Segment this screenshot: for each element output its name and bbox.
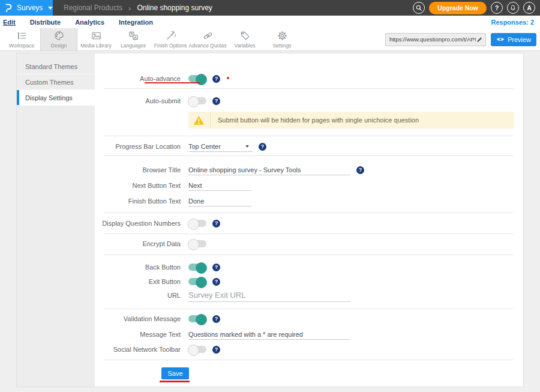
exit-button-row: Exit Button <box>95 274 523 289</box>
help-icon[interactable] <box>259 143 266 151</box>
toolbar-item-label: Settings <box>273 43 292 49</box>
search-icon <box>415 4 422 11</box>
responses-count[interactable]: Responses: 2 <box>491 19 534 26</box>
encrypt-data-toggle[interactable] <box>188 240 206 247</box>
help-icon[interactable] <box>212 220 220 228</box>
search-button[interactable] <box>413 2 425 14</box>
help-icon[interactable] <box>212 75 220 83</box>
tab-distribute[interactable]: Distribute <box>30 19 61 26</box>
variables-tag-icon <box>239 30 251 41</box>
help-icon[interactable] <box>212 315 220 323</box>
advance-quotas-chain-icon <box>202 30 214 41</box>
media-library-icon <box>91 30 102 41</box>
display-settings-panel: Standard Themes Custom Themes Display Se… <box>16 53 524 387</box>
save-button[interactable]: Save <box>161 367 189 379</box>
sidebar-item-custom-themes[interactable]: Custom Themes <box>17 74 95 90</box>
finish-button-text-row: Finish Button Text <box>95 194 523 208</box>
sidebar-item-label: Display Settings <box>25 94 73 101</box>
tab-edit[interactable]: Edit <box>3 19 16 26</box>
back-button-toggle[interactable] <box>188 264 206 271</box>
browser-title-input[interactable] <box>188 164 350 175</box>
product-switcher[interactable]: Surveys <box>0 0 53 16</box>
exit-url-input[interactable] <box>188 289 350 302</box>
languages-icon <box>128 30 139 41</box>
toolbar-item-label: Languages <box>121 43 146 49</box>
avatar[interactable]: A <box>523 2 535 14</box>
exit-button-label: Exit Button <box>95 278 181 285</box>
toolbar-item-label: Finish Options <box>154 43 187 49</box>
breadcrumb-separator-icon: › <box>128 4 131 13</box>
auto-submit-toggle[interactable] <box>188 97 206 104</box>
divider <box>104 309 514 309</box>
survey-url-input[interactable] <box>389 36 476 43</box>
help-icon[interactable] <box>212 264 220 271</box>
toolbar-item-advance-quotas[interactable]: Advance Quotas <box>189 28 226 50</box>
divider <box>104 88 514 89</box>
preview-button[interactable]: Preview <box>491 33 536 46</box>
upgrade-now-button[interactable]: Upgrade Now <box>429 2 487 14</box>
toolbar-item-label: Media Library <box>80 43 112 49</box>
message-text-row: Message Text <box>95 327 523 342</box>
progress-bar-location-select[interactable]: Top Center <box>188 141 253 152</box>
breadcrumb-current: Online shopping survey <box>137 4 212 12</box>
warning-message: Submit button will be hidden for pages w… <box>211 116 419 124</box>
validation-message-row: Validation Message <box>95 312 523 326</box>
display-settings-form: Auto-advance Auto-submit Submit button w… <box>95 53 523 387</box>
display-question-numbers-toggle[interactable] <box>188 220 206 227</box>
browser-title-row: Browser Title <box>95 163 523 177</box>
help-icon[interactable] <box>212 97 220 105</box>
design-toolbar: Workspace Design Media Library Languages… <box>0 28 540 51</box>
social-network-toolbar-toggle[interactable] <box>188 346 206 353</box>
divider <box>104 136 514 136</box>
survey-url-box <box>385 33 486 46</box>
toolbar-item-languages[interactable]: Languages <box>115 28 152 50</box>
settings-gear-icon <box>277 30 288 41</box>
finish-button-text-input[interactable] <box>188 196 251 207</box>
warning-triangle-icon <box>188 115 210 125</box>
validation-message-toggle[interactable] <box>188 315 206 322</box>
encrypt-data-label: Encrypt Data <box>95 240 181 247</box>
auto-advance-label: Auto-advance <box>95 75 181 82</box>
notifications-button[interactable] <box>507 2 519 14</box>
display-question-numbers-label: Display Question Numbers <box>95 220 181 227</box>
sidebar-item-standard-themes[interactable]: Standard Themes <box>17 59 95 74</box>
next-button-text-row: Next Button Text <box>95 178 523 193</box>
sidebar-item-display-settings[interactable]: Display Settings <box>17 90 95 106</box>
message-text-label: Message Text <box>95 331 181 338</box>
tab-integration[interactable]: Integration <box>119 19 153 26</box>
toolbar-item-finish-options[interactable]: Finish Options <box>152 28 189 50</box>
help-icon[interactable] <box>212 346 220 354</box>
survey-nav: Edit Distribute Analytics Integration Re… <box>0 16 540 28</box>
breadcrumb-parent[interactable]: Regional Products <box>64 4 122 12</box>
toolbar-item-media-library[interactable]: Media Library <box>77 28 115 50</box>
finish-button-text-label: Finish Button Text <box>95 198 181 205</box>
annotation-underline-save <box>160 381 190 382</box>
validation-message-label: Validation Message <box>95 315 181 322</box>
exit-url-label: URL <box>95 292 181 299</box>
tab-analytics[interactable]: Analytics <box>75 19 104 26</box>
toolbar-item-label: Workspace <box>9 43 34 49</box>
toolbar-item-design[interactable]: Design <box>40 28 77 50</box>
toolbar-item-workspace[interactable]: Workspace <box>3 28 40 50</box>
toolbar-item-variables[interactable]: Variables <box>226 28 263 50</box>
edit-url-pencil-icon[interactable] <box>476 36 483 43</box>
help-icon[interactable] <box>356 166 364 174</box>
design-sidebar: Standard Themes Custom Themes Display Se… <box>17 53 95 387</box>
progress-bar-location-label: Progress Bar Location <box>95 143 181 150</box>
help-button[interactable]: ? <box>491 2 503 14</box>
next-button-text-input[interactable] <box>188 180 251 191</box>
annotation-red-dot <box>227 77 229 79</box>
auto-submit-row: Auto-submit <box>95 94 523 108</box>
social-network-toolbar-row: Social Network Toolbar <box>95 342 523 357</box>
eye-icon <box>496 37 505 42</box>
topbar-actions: Upgrade Now ? A <box>413 2 540 14</box>
exit-button-toggle[interactable] <box>188 278 206 285</box>
message-text-input[interactable] <box>188 329 350 340</box>
auto-advance-toggle[interactable] <box>188 75 206 82</box>
help-icon[interactable] <box>212 278 220 286</box>
questionpro-logo-icon <box>5 3 13 13</box>
progress-bar-location-value: Top Center <box>188 143 221 150</box>
divider <box>104 255 514 255</box>
toolbar-item-settings[interactable]: Settings <box>263 28 301 50</box>
toolbar-item-label: Variables <box>235 43 256 49</box>
